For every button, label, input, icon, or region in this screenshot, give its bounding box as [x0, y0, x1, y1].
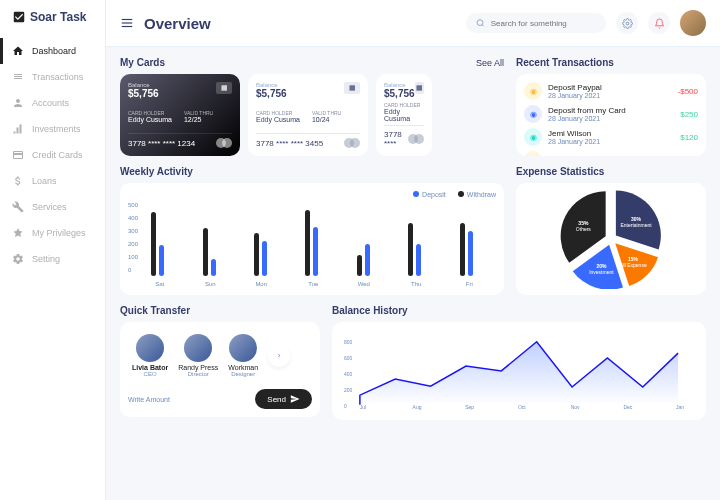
nav-icon: [12, 227, 24, 239]
sidebar: Soar Task DashboardTransactionsAccountsI…: [0, 0, 106, 500]
next-person-button[interactable]: ›: [268, 345, 290, 367]
balance-history-chart: 0200400600800JulAugSepOctNovDecJan: [332, 322, 706, 420]
transfer-person[interactable]: Livia BatorCEO: [132, 334, 168, 377]
svg-text:Dec: Dec: [623, 405, 632, 410]
nav-icon: [12, 45, 24, 57]
sidebar-item-my-privileges[interactable]: My Privileges: [0, 220, 105, 246]
transfer-person[interactable]: WorkmanDesigner: [228, 334, 258, 377]
nav-icon: [12, 97, 24, 109]
transaction-icon: ◉: [524, 82, 542, 100]
svg-text:Bill Expense: Bill Expense: [619, 262, 647, 268]
svg-text:600: 600: [344, 356, 353, 361]
search-input[interactable]: [466, 13, 606, 33]
sidebar-item-setting[interactable]: Setting: [0, 246, 105, 272]
transaction-icon: ◉: [524, 151, 542, 156]
nav-icon: [12, 123, 24, 135]
transfer-title: Quick Transfer: [120, 305, 190, 316]
nav-icon: [12, 201, 24, 213]
chart-legend: Deposit Withdraw: [128, 191, 496, 198]
transaction-row[interactable]: ◉Deposit Paypal28 January 2021-$500: [524, 82, 698, 100]
mastercard-icon: [216, 138, 232, 148]
send-button[interactable]: Send: [255, 389, 312, 409]
menu-icon[interactable]: [120, 16, 134, 30]
svg-text:200: 200: [344, 388, 353, 393]
mastercard-icon: [408, 134, 424, 144]
avatar[interactable]: [680, 10, 706, 36]
person-avatar: [184, 334, 212, 362]
page-title: Overview: [144, 15, 456, 32]
credit-card[interactable]: Balance$5,756▦CARD HOLDEREddy CusumaVALI…: [248, 74, 368, 156]
search-icon: [476, 18, 485, 28]
sidebar-item-investments[interactable]: Investments: [0, 116, 105, 142]
svg-text:Jan: Jan: [676, 405, 684, 410]
transaction-row[interactable]: ◉Deposit Paypal: [524, 151, 698, 156]
svg-point-5: [626, 22, 629, 25]
send-icon: [290, 394, 300, 404]
transactions-title: Recent Transactions: [516, 57, 614, 68]
nav-icon: [12, 253, 24, 265]
expense-pie-chart: 30%Entertainment15%Bill Expense20%Invest…: [516, 183, 706, 295]
chip-icon: ▦: [344, 82, 360, 94]
write-amount-label: Write Amount: [128, 396, 170, 403]
transfer-person[interactable]: Randy PressDirector: [178, 334, 218, 377]
header: Overview: [106, 0, 720, 47]
sidebar-item-dashboard[interactable]: Dashboard: [0, 38, 105, 64]
svg-text:Jul: Jul: [360, 405, 366, 410]
mastercard-icon: [344, 138, 360, 148]
chip-icon: ▦: [216, 82, 232, 94]
sidebar-item-credit-cards[interactable]: Credit Cards: [0, 142, 105, 168]
notifications-button[interactable]: [648, 12, 670, 34]
sidebar-item-services[interactable]: Services: [0, 194, 105, 220]
transaction-row[interactable]: ◉Deposit from my Card28 January 2021$250: [524, 105, 698, 123]
svg-text:Nov: Nov: [571, 405, 580, 410]
balance-title: Balance History: [332, 305, 408, 316]
credit-card[interactable]: Balance$5,756▦CARD HOLDEREddy Cusuma3778…: [376, 74, 432, 156]
transaction-icon: ◉: [524, 105, 542, 123]
svg-text:Others: Others: [576, 226, 592, 232]
my-cards-title: My Cards: [120, 57, 165, 68]
svg-text:Sep: Sep: [465, 405, 474, 410]
gear-icon: [622, 18, 633, 29]
settings-button[interactable]: [616, 12, 638, 34]
svg-point-3: [477, 20, 483, 26]
person-avatar: [229, 334, 257, 362]
svg-line-4: [482, 25, 484, 27]
transaction-row[interactable]: ◉Jemi Wilson28 January 2021$120: [524, 128, 698, 146]
svg-text:Aug: Aug: [413, 405, 422, 410]
nav-icon: [12, 71, 24, 83]
svg-text:400: 400: [344, 372, 353, 377]
svg-text:Oct: Oct: [518, 405, 526, 410]
expense-title: Expense Statistics: [516, 166, 604, 177]
task-icon: [12, 10, 26, 24]
bell-icon: [654, 18, 665, 29]
svg-text:Investment: Investment: [589, 269, 614, 275]
sidebar-item-transactions[interactable]: Transactions: [0, 64, 105, 90]
transaction-icon: ◉: [524, 128, 542, 146]
see-all-link[interactable]: See All: [476, 58, 504, 68]
svg-text:0: 0: [344, 404, 347, 409]
activity-title: Weekly Activity: [120, 166, 193, 177]
sidebar-item-accounts[interactable]: Accounts: [0, 90, 105, 116]
sidebar-item-loans[interactable]: Loans: [0, 168, 105, 194]
nav-icon: [12, 175, 24, 187]
svg-text:Entertainment: Entertainment: [621, 222, 653, 228]
chip-icon: ▦: [415, 82, 424, 94]
logo: Soar Task: [0, 10, 105, 38]
nav-icon: [12, 149, 24, 161]
person-avatar: [136, 334, 164, 362]
weekly-activity-chart: 5004003002001000 SatSunMonTueWedThuFri: [128, 202, 496, 287]
svg-text:800: 800: [344, 340, 353, 345]
credit-card[interactable]: Balance$5,756▦CARD HOLDEREddy CusumaVALI…: [120, 74, 240, 156]
